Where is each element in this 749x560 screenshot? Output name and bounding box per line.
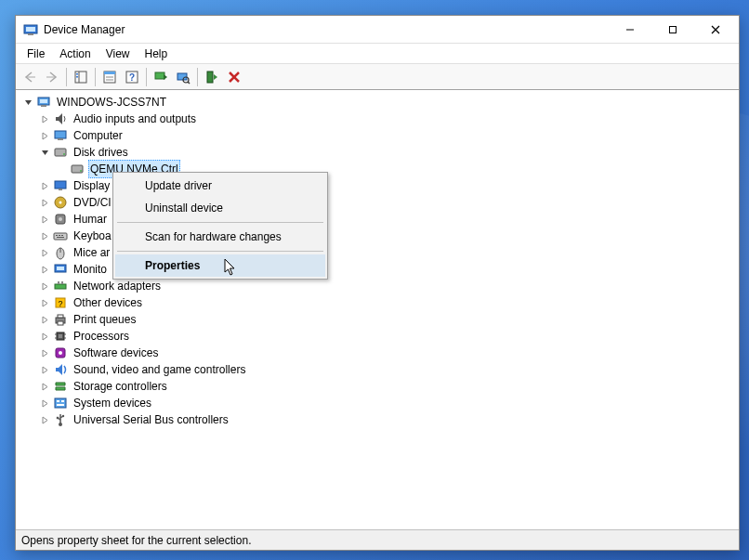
minimize-button[interactable] (609, 16, 651, 44)
print-icon (53, 312, 68, 327)
status-text: Opens property sheet for the current sel… (21, 534, 251, 547)
context-menu-item[interactable]: Scan for hardware changes (115, 226, 325, 248)
svg-rect-41 (59, 235, 60, 236)
usb-icon (53, 412, 68, 427)
tree-category[interactable]: Network adapters (16, 278, 739, 294)
system-icon (53, 396, 68, 410)
toolbar: ? (16, 64, 739, 90)
tree-category-label: Humar (72, 211, 109, 228)
computer-icon (36, 95, 51, 110)
tree-root[interactable]: WINDOWS-JCSS7NT (16, 94, 739, 111)
menu-file[interactable]: File (20, 46, 52, 62)
tree-category[interactable]: Disk drives (16, 144, 739, 161)
disk-icon (53, 145, 68, 160)
context-menu-separator (117, 222, 323, 223)
chevron-right-icon[interactable] (38, 413, 51, 426)
svg-line-20 (188, 82, 190, 84)
svg-rect-12 (104, 72, 115, 74)
tree-category[interactable]: Print queues (16, 311, 739, 328)
svg-text:?: ? (58, 299, 62, 308)
cpu-icon (53, 329, 68, 344)
tree-category[interactable]: Universal Serial Bus controllers (16, 411, 739, 428)
svg-rect-9 (76, 73, 78, 75)
chevron-right-icon[interactable] (38, 263, 51, 276)
app-icon (23, 22, 38, 37)
tree-category[interactable]: Processors (16, 328, 739, 345)
back-button (20, 67, 40, 87)
tree-category-label: Universal Serial Bus controllers (72, 411, 230, 428)
tree-category-label: System devices (72, 395, 153, 411)
chevron-right-icon[interactable] (38, 213, 51, 226)
chevron-down-icon[interactable] (38, 146, 51, 159)
maximize-button[interactable] (651, 16, 694, 44)
chevron-right-icon[interactable] (38, 346, 51, 359)
tree-category-label: Sound, video and game controllers (72, 361, 247, 378)
tree-category-label: Network adapters (72, 278, 163, 294)
svg-rect-55 (58, 321, 63, 325)
tree-category-label: Mice ar (72, 244, 112, 261)
svg-rect-67 (57, 404, 64, 406)
tree-category[interactable]: ? Other devices (16, 294, 739, 311)
enable-device-button[interactable] (202, 67, 222, 87)
tree-category-label: Software devices (72, 345, 160, 361)
svg-point-36 (59, 202, 62, 204)
monitor-icon (53, 262, 68, 277)
chevron-right-icon[interactable] (38, 363, 51, 376)
svg-rect-50 (61, 281, 63, 284)
tree-category[interactable]: Software devices (16, 345, 739, 361)
context-menu-item[interactable]: Update driver (115, 175, 325, 197)
chevron-right-icon[interactable] (38, 129, 51, 142)
other-icon: ? (53, 295, 68, 310)
titlebar: Device Manager (16, 16, 739, 44)
chevron-right-icon[interactable] (38, 246, 51, 259)
svg-rect-49 (58, 281, 59, 284)
uninstall-device-button[interactable] (224, 67, 244, 87)
device-manager-window: Device Manager File Action View Help ? W… (15, 15, 740, 551)
chevron-right-icon[interactable] (38, 330, 51, 343)
tree-category-label: DVD/CI (72, 194, 113, 211)
context-menu-item[interactable]: Properties (115, 254, 325, 277)
svg-rect-54 (58, 315, 63, 318)
chevron-right-icon[interactable] (38, 397, 51, 410)
mouse-icon (53, 245, 68, 260)
device-tree-panel[interactable]: WINDOWS-JCSS7NT Audio inputs and outputs… (16, 90, 739, 529)
disk-icon (70, 162, 85, 176)
update-driver-button[interactable] (151, 67, 171, 87)
chevron-right-icon[interactable] (38, 112, 51, 125)
svg-point-70 (62, 415, 64, 417)
help-button[interactable]: ? (122, 67, 142, 87)
keyboard-icon (53, 228, 68, 243)
network-icon (53, 279, 68, 293)
window-title: Device Manager (44, 23, 609, 36)
context-menu-item[interactable]: Uninstall device (115, 197, 325, 219)
svg-rect-64 (55, 398, 66, 408)
svg-rect-10 (76, 76, 78, 78)
close-button[interactable] (694, 16, 737, 44)
svg-point-32 (80, 170, 82, 172)
menu-help[interactable]: Help (138, 46, 176, 62)
menu-view[interactable]: View (99, 46, 138, 62)
chevron-right-icon[interactable] (38, 380, 51, 393)
sound-icon (53, 362, 68, 377)
tree-category[interactable]: Storage controllers (16, 378, 739, 395)
scan-hardware-button[interactable] (173, 67, 193, 87)
tree-category[interactable]: Computer (16, 127, 739, 144)
chevron-right-icon[interactable] (38, 179, 51, 192)
tree-category-label: Monito (72, 261, 109, 278)
svg-rect-17 (155, 72, 164, 79)
chevron-right-icon[interactable] (38, 229, 51, 242)
chevron-right-icon[interactable] (38, 296, 51, 309)
properties-button[interactable] (99, 67, 120, 87)
menu-action[interactable]: Action (52, 46, 98, 62)
tree-category-label: Other devices (72, 294, 144, 311)
chevron-down-icon[interactable] (21, 96, 34, 109)
tree-category[interactable]: System devices (16, 395, 739, 411)
statusbar: Opens property sheet for the current sel… (16, 529, 739, 550)
chevron-right-icon[interactable] (38, 313, 51, 326)
tree-category[interactable]: Sound, video and game controllers (16, 361, 739, 378)
chevron-right-icon[interactable] (38, 280, 51, 293)
show-hide-tree-button[interactable] (71, 67, 91, 87)
svg-rect-66 (61, 400, 64, 402)
tree-category[interactable]: Audio inputs and outputs (16, 111, 739, 127)
chevron-right-icon[interactable] (38, 196, 51, 209)
